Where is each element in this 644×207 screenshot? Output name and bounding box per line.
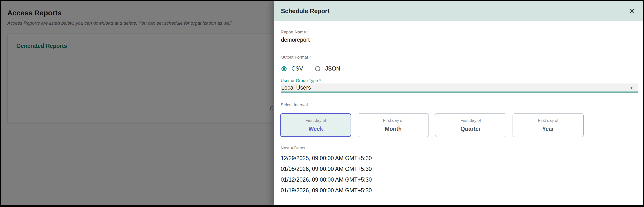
- output-format-label: Output Format *: [281, 55, 311, 60]
- interval-card-name: Month: [385, 126, 402, 132]
- interval-card-name: Year: [542, 126, 554, 132]
- schedule-report-drawer: Schedule Report ✕ Report Name * Output F…: [274, 1, 643, 205]
- interval-card-prefix: First day of: [383, 118, 403, 123]
- drawer-title: Schedule Report: [281, 1, 330, 21]
- user-group-type-select[interactable]: Local Users ▼: [281, 83, 638, 93]
- interval-card-name: Week: [308, 126, 323, 132]
- next-date-item: 01/19/2026, 09:00:00 AM GMT+5:30: [281, 188, 372, 194]
- next-dates-list: 12/29/2025, 09:00:00 AM GMT+5:30 01/05/2…: [281, 155, 372, 198]
- interval-card-prefix: First day of: [538, 118, 558, 123]
- next-date-item: 12/29/2025, 09:00:00 AM GMT+5:30: [281, 155, 372, 161]
- next-dates-label: Next 4 Dates: [281, 146, 306, 151]
- interval-card-group: First day of Week First day of Month Fir…: [280, 113, 584, 137]
- radio-checked-icon: [282, 66, 286, 71]
- next-date-item: 01/05/2026, 09:00:00 AM GMT+5:30: [281, 166, 372, 172]
- radio-unchecked-icon: [315, 66, 320, 71]
- next-date-item: 01/12/2026, 09:00:00 AM GMT+5:30: [281, 177, 372, 183]
- interval-card-year[interactable]: First day of Year: [512, 113, 584, 137]
- drawer-header: Schedule Report ✕: [274, 1, 643, 21]
- select-interval-label: Select Interval: [281, 103, 308, 107]
- interval-card-quarter[interactable]: First day of Quarter: [435, 113, 506, 137]
- interval-card-prefix: First day of: [306, 118, 326, 123]
- interval-card-week[interactable]: First day of Week: [280, 113, 351, 137]
- chevron-down-icon: ▼: [630, 83, 633, 92]
- report-name-label: Report Name *: [281, 30, 309, 35]
- output-format-radio-group: CSV JSON: [282, 64, 340, 73]
- screen: Access Reports Access Reports are listed…: [0, 0, 644, 207]
- radio-option-json[interactable]: JSON: [315, 65, 340, 72]
- radio-option-label: JSON: [325, 65, 340, 72]
- interval-card-month[interactable]: First day of Month: [358, 113, 429, 137]
- interval-card-name: Quarter: [460, 126, 481, 132]
- interval-card-prefix: First day of: [460, 118, 481, 123]
- radio-option-csv[interactable]: CSV: [282, 65, 303, 72]
- close-icon[interactable]: ✕: [628, 7, 636, 16]
- radio-option-label: CSV: [292, 65, 303, 72]
- user-group-type-label: User or Group Type *: [281, 78, 321, 83]
- report-name-input[interactable]: [281, 36, 638, 46]
- user-group-type-value: Local Users: [281, 83, 311, 92]
